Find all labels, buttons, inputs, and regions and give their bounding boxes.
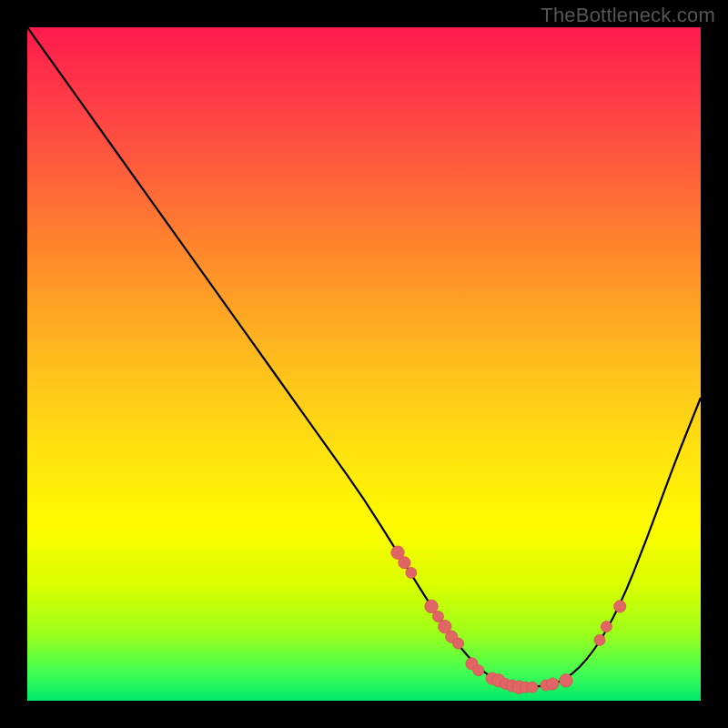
curve-marker <box>614 601 626 612</box>
curve-marker <box>473 665 484 676</box>
curve-marker <box>399 557 410 569</box>
curve-marker <box>547 678 559 690</box>
bottleneck-curve <box>27 27 701 687</box>
curve-marker <box>453 638 464 649</box>
curve-markers <box>391 546 626 693</box>
curve-marker <box>527 682 538 693</box>
plot-area <box>27 27 701 701</box>
curve-marker <box>432 612 443 622</box>
curve-svg <box>27 27 701 701</box>
curve-marker <box>594 634 605 645</box>
curve-marker <box>425 600 438 612</box>
curve-marker <box>601 622 612 632</box>
attribution-text: TheBottleneck.com <box>541 4 715 27</box>
chart-frame: TheBottleneck.com <box>0 0 728 728</box>
curve-marker <box>560 674 572 687</box>
curve-marker <box>406 567 417 578</box>
